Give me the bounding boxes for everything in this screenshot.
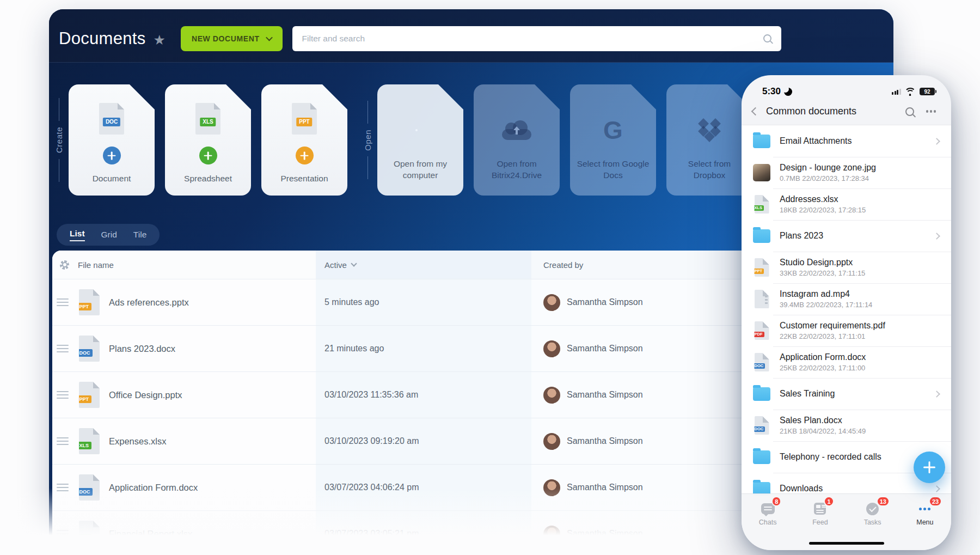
file-name: Downloads <box>780 484 823 493</box>
folder-icon <box>753 450 770 464</box>
doc-file-icon: DOC <box>79 474 100 501</box>
page-fold <box>763 416 769 423</box>
creator-name: Samantha Simpson <box>567 297 643 307</box>
video-file-icon <box>755 290 769 308</box>
google-icon: G <box>603 113 623 148</box>
phone-list-item[interactable]: Email Attachments <box>742 125 951 157</box>
create-card-xls[interactable]: XLSSpreadsheet <box>165 84 251 196</box>
search-input[interactable]: Filter and search <box>292 26 781 51</box>
file-type-badge: PPT <box>296 118 312 126</box>
open-card-cloud-upload[interactable]: Open from Bitrix24.Drive <box>474 84 560 196</box>
file-active-cell: 03/07/2023 03:05:21 pm <box>316 511 531 555</box>
pdf-file-icon: PDF <box>755 321 769 340</box>
phone-list-item[interactable]: PDFCustomer requirements.pdf22KB 22/02/2… <box>742 315 951 346</box>
tab-label: Menu <box>916 519 933 526</box>
file-active-cell: 03/10/2023 11:35:36 am <box>316 372 531 418</box>
tab-tile[interactable]: Tile <box>133 230 146 240</box>
phone-list: Email AttachmentsDesign - lounge zone.jp… <box>742 125 951 504</box>
file-name: Customer requirements.pdf <box>780 321 885 331</box>
create-card-doc[interactable]: DOCDocument <box>69 84 155 196</box>
phone-list-item[interactable]: XLSAddresses.xlsx18KB 22/02/2023, 17:28:… <box>742 188 951 220</box>
open-card-label: Open from Bitrix24.Drive <box>474 158 560 181</box>
doc-file-icon: DOC <box>755 353 769 371</box>
search-placeholder: Filter and search <box>302 34 763 44</box>
page-title: Documents <box>59 29 146 48</box>
column-active[interactable]: Active <box>324 260 347 270</box>
back-chevron-icon[interactable] <box>751 107 760 116</box>
phone-list-item[interactable]: DOCApplication Form.docx25KB 22/02/2023,… <box>742 346 951 378</box>
home-indicator[interactable] <box>809 542 884 545</box>
doc-file-icon: DOC <box>755 416 769 435</box>
add-button[interactable] <box>914 452 945 483</box>
file-type-badge: DOC <box>77 488 93 496</box>
view-tabs: ListGridTile <box>57 224 160 246</box>
image-thumbnail <box>753 164 770 181</box>
folder-icon <box>753 229 770 243</box>
file-name: Telephony - recorded calls <box>780 452 881 462</box>
file-name: Design - lounge zone.jpg <box>780 163 876 173</box>
phone-list-item[interactable]: Instagram ad.mp439.4MB 22/02/2023, 17:11… <box>742 283 951 315</box>
column-file-name[interactable]: File name <box>78 260 114 270</box>
file-meta: 25KB 22/02/2023, 17:11:00 <box>780 364 866 372</box>
creator-name: Samantha Simpson <box>567 529 643 539</box>
phone-mockup: 5:30 92 Common documents Email Attachmen… <box>742 75 951 550</box>
quick-actions-row: Create DOCDocumentXLSSpreadsheetPPTPrese… <box>49 84 763 196</box>
file-active-cell: 03/07/2023 04:06:24 pm <box>316 465 531 510</box>
phone-list-item[interactable]: Plans 2023 <box>742 220 951 252</box>
phone-nav-bar: Common documents <box>742 101 951 125</box>
file-meta: 18KB 22/02/2023, 17:28:15 <box>780 206 866 214</box>
sort-chevron-icon[interactable] <box>351 260 357 266</box>
create-card-label: Document <box>93 174 131 184</box>
file-type-badge: PPT <box>753 269 764 275</box>
column-created-by[interactable]: Created by <box>543 260 583 270</box>
phone-list-item[interactable]: PPTStudio Design.pptx33KB 22/02/2023, 17… <box>742 252 951 283</box>
plus-icon <box>103 147 121 164</box>
file-name: Application Form.docx <box>109 483 198 493</box>
file-meta: 39.4MB 22/02/2023, 17:11:14 <box>780 301 872 309</box>
more-options-icon[interactable] <box>930 110 932 112</box>
phone-list-item[interactable]: DOCSales Plan.docx21KB 18/04/2022, 14:45… <box>742 410 951 441</box>
page-fold <box>214 103 220 109</box>
open-card-google[interactable]: GSelect from Google Docs <box>570 84 656 196</box>
page-fold <box>93 336 100 342</box>
create-cards: DOCDocumentXLSSpreadsheetPPTPresentation <box>69 84 358 196</box>
page-fold <box>93 382 100 388</box>
phone-tab-menu[interactable]: 23Menu <box>899 494 951 550</box>
file-type-badge: XLS <box>753 205 764 211</box>
phone-list-item[interactable]: Sales Training <box>742 378 951 410</box>
file-name: Plans 2023 <box>780 231 823 241</box>
drag-handle-icon[interactable] <box>57 391 69 399</box>
tab-grid[interactable]: Grid <box>101 230 117 240</box>
new-document-button[interactable]: NEW DOCUMENT <box>181 26 283 51</box>
drag-handle-icon[interactable] <box>57 530 69 538</box>
file-name: Ads references.pptx <box>109 297 189 308</box>
file-name-cell: PPTOffice Design.pptx <box>52 372 316 418</box>
notification-badge: 23 <box>929 496 942 507</box>
file-type-badge: DOC <box>753 363 765 369</box>
gear-icon[interactable] <box>60 260 69 270</box>
page-fold <box>93 289 100 296</box>
file-active-cell: 5 minutes ago <box>316 279 531 325</box>
file-name-cell: DOCApplication Form.docx <box>52 465 316 510</box>
create-card-ppt[interactable]: PPTPresentation <box>261 84 347 196</box>
page-fold <box>310 103 317 109</box>
open-card-label: Select from Dropbox <box>666 158 752 181</box>
open-card-dropbox[interactable]: Select from Dropbox <box>666 84 752 196</box>
file-meta: 21KB 18/04/2022, 14:45:49 <box>780 427 866 435</box>
dropbox-icon <box>697 113 722 148</box>
drag-handle-icon[interactable] <box>57 298 69 307</box>
file-type-badge: DOC <box>103 118 120 126</box>
app-header: Documents ★ NEW DOCUMENT Filter and sear… <box>49 9 893 63</box>
favorite-star-icon[interactable]: ★ <box>154 32 166 48</box>
plus-icon <box>296 147 314 164</box>
search-icon[interactable] <box>905 107 914 116</box>
tab-list[interactable]: List <box>70 229 85 241</box>
avatar <box>543 340 560 357</box>
drag-handle-icon[interactable] <box>57 437 69 446</box>
open-card-computer[interactable]: Open from my computer <box>377 84 463 196</box>
drag-handle-icon[interactable] <box>57 484 69 492</box>
file-meta: 0.7MB 22/02/2023, 17:28:34 <box>780 174 876 182</box>
drag-handle-icon[interactable] <box>57 345 69 353</box>
phone-page-title: Common documents <box>766 106 905 117</box>
phone-list-item[interactable]: Design - lounge zone.jpg0.7MB 22/02/2023… <box>742 157 951 188</box>
